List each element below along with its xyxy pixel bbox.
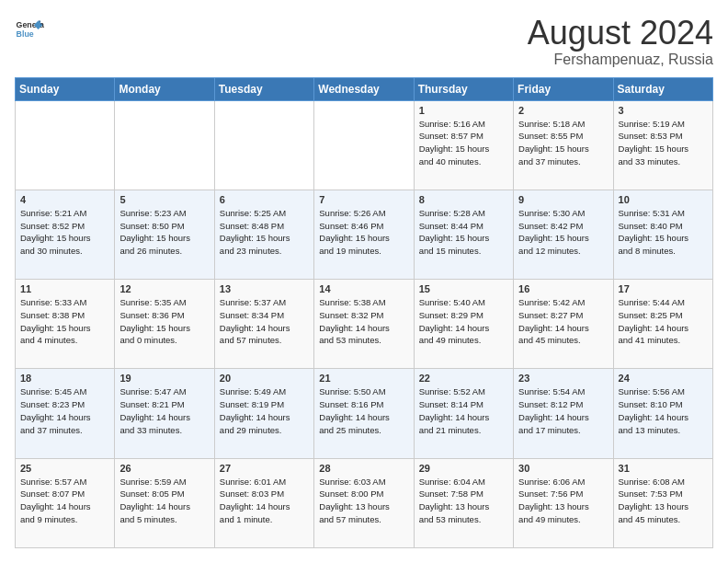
day-cell: 7Sunrise: 5:26 AM Sunset: 8:46 PM Daylig… <box>314 190 414 279</box>
day-cell: 10Sunrise: 5:31 AM Sunset: 8:40 PM Dayli… <box>613 190 712 279</box>
day-info: Sunrise: 5:28 AM Sunset: 8:44 PM Dayligh… <box>419 207 508 258</box>
day-cell: 4Sunrise: 5:21 AM Sunset: 8:52 PM Daylig… <box>16 190 115 279</box>
day-info: Sunrise: 6:04 AM Sunset: 7:58 PM Dayligh… <box>419 476 508 526</box>
day-info: Sunrise: 5:31 AM Sunset: 8:40 PM Dayligh… <box>619 207 708 258</box>
col-sunday: Sunday <box>16 77 115 100</box>
day-info: Sunrise: 6:01 AM Sunset: 8:03 PM Dayligh… <box>220 476 309 526</box>
day-cell <box>115 100 214 190</box>
day-number: 20 <box>220 373 309 384</box>
day-info: Sunrise: 5:42 AM Sunset: 8:27 PM Dayligh… <box>518 296 608 347</box>
day-number: 27 <box>220 463 309 474</box>
day-number: 1 <box>419 105 508 116</box>
week-row-1: 1Sunrise: 5:16 AM Sunset: 8:57 PM Daylig… <box>16 100 713 190</box>
day-cell: 20Sunrise: 5:49 AM Sunset: 8:19 PM Dayli… <box>214 369 313 458</box>
day-info: Sunrise: 5:52 AM Sunset: 8:14 PM Dayligh… <box>419 385 508 436</box>
day-cell: 24Sunrise: 5:56 AM Sunset: 8:10 PM Dayli… <box>613 369 712 458</box>
day-cell: 21Sunrise: 5:50 AM Sunset: 8:16 PM Dayli… <box>314 369 414 458</box>
day-number: 16 <box>518 283 608 294</box>
day-cell: 16Sunrise: 5:42 AM Sunset: 8:27 PM Dayli… <box>514 280 613 369</box>
day-number: 28 <box>319 463 408 474</box>
day-number: 11 <box>20 283 109 294</box>
title-block: August 2024 Fershampenuaz, Russia <box>528 15 713 68</box>
day-info: Sunrise: 5:45 AM Sunset: 8:23 PM Dayligh… <box>20 385 109 436</box>
day-info: Sunrise: 5:49 AM Sunset: 8:19 PM Dayligh… <box>220 385 309 436</box>
day-number: 9 <box>518 194 608 205</box>
day-cell: 5Sunrise: 5:23 AM Sunset: 8:50 PM Daylig… <box>115 190 214 279</box>
day-info: Sunrise: 5:23 AM Sunset: 8:50 PM Dayligh… <box>119 207 209 258</box>
day-info: Sunrise: 5:37 AM Sunset: 8:34 PM Dayligh… <box>220 296 309 347</box>
day-cell: 13Sunrise: 5:37 AM Sunset: 8:34 PM Dayli… <box>214 280 313 369</box>
day-number: 23 <box>518 373 608 384</box>
col-friday: Friday <box>514 77 613 100</box>
day-cell: 12Sunrise: 5:35 AM Sunset: 8:36 PM Dayli… <box>115 280 214 369</box>
day-cell: 2Sunrise: 5:18 AM Sunset: 8:55 PM Daylig… <box>514 100 613 190</box>
day-info: Sunrise: 5:35 AM Sunset: 8:36 PM Dayligh… <box>119 296 209 347</box>
day-number: 30 <box>518 463 608 474</box>
week-row-4: 18Sunrise: 5:45 AM Sunset: 8:23 PM Dayli… <box>16 369 713 458</box>
day-info: Sunrise: 5:38 AM Sunset: 8:32 PM Dayligh… <box>319 296 408 347</box>
day-info: Sunrise: 5:47 AM Sunset: 8:21 PM Dayligh… <box>119 385 209 436</box>
day-number: 13 <box>220 283 309 294</box>
day-number: 7 <box>319 194 408 205</box>
day-info: Sunrise: 5:40 AM Sunset: 8:29 PM Dayligh… <box>419 296 508 347</box>
col-thursday: Thursday <box>414 77 513 100</box>
svg-text:Blue: Blue <box>17 29 34 39</box>
week-row-2: 4Sunrise: 5:21 AM Sunset: 8:52 PM Daylig… <box>16 190 713 279</box>
day-info: Sunrise: 5:19 AM Sunset: 8:53 PM Dayligh… <box>619 118 708 168</box>
day-cell: 3Sunrise: 5:19 AM Sunset: 8:53 PM Daylig… <box>613 100 712 190</box>
day-info: Sunrise: 5:16 AM Sunset: 8:57 PM Dayligh… <box>419 118 508 168</box>
day-info: Sunrise: 6:08 AM Sunset: 7:53 PM Dayligh… <box>619 476 708 526</box>
day-cell: 26Sunrise: 5:59 AM Sunset: 8:05 PM Dayli… <box>115 458 214 547</box>
day-info: Sunrise: 5:18 AM Sunset: 8:55 PM Dayligh… <box>518 118 608 168</box>
day-cell: 30Sunrise: 6:06 AM Sunset: 7:56 PM Dayli… <box>514 458 613 547</box>
day-info: Sunrise: 5:50 AM Sunset: 8:16 PM Dayligh… <box>319 385 408 436</box>
col-wednesday: Wednesday <box>314 77 414 100</box>
col-saturday: Saturday <box>613 77 712 100</box>
day-number: 12 <box>119 283 209 294</box>
page: General Blue August 2024 Fershampenuaz, … <box>0 0 728 563</box>
col-tuesday: Tuesday <box>214 77 313 100</box>
day-number: 5 <box>119 194 209 205</box>
day-cell <box>214 100 313 190</box>
header-row: Sunday Monday Tuesday Wednesday Thursday… <box>16 77 713 100</box>
col-monday: Monday <box>115 77 214 100</box>
day-number: 14 <box>319 283 408 294</box>
day-info: Sunrise: 5:30 AM Sunset: 8:42 PM Dayligh… <box>518 207 608 258</box>
header: General Blue August 2024 Fershampenuaz, … <box>15 15 713 68</box>
calendar-table: Sunday Monday Tuesday Wednesday Thursday… <box>15 77 713 548</box>
day-cell: 19Sunrise: 5:47 AM Sunset: 8:21 PM Dayli… <box>115 369 214 458</box>
day-cell: 14Sunrise: 5:38 AM Sunset: 8:32 PM Dayli… <box>314 280 414 369</box>
day-info: Sunrise: 6:06 AM Sunset: 7:56 PM Dayligh… <box>518 476 608 526</box>
day-number: 18 <box>20 373 109 384</box>
day-cell: 17Sunrise: 5:44 AM Sunset: 8:25 PM Dayli… <box>613 280 712 369</box>
day-info: Sunrise: 5:57 AM Sunset: 8:07 PM Dayligh… <box>20 476 109 526</box>
day-cell: 25Sunrise: 5:57 AM Sunset: 8:07 PM Dayli… <box>16 458 115 547</box>
logo-icon: General Blue <box>15 15 44 44</box>
day-cell <box>16 100 115 190</box>
day-info: Sunrise: 5:33 AM Sunset: 8:38 PM Dayligh… <box>20 296 109 347</box>
day-number: 22 <box>419 373 508 384</box>
day-cell: 27Sunrise: 6:01 AM Sunset: 8:03 PM Dayli… <box>214 458 313 547</box>
day-info: Sunrise: 5:25 AM Sunset: 8:48 PM Dayligh… <box>220 207 309 258</box>
main-title: August 2024 <box>528 15 713 52</box>
day-number: 25 <box>20 463 109 474</box>
day-cell: 9Sunrise: 5:30 AM Sunset: 8:42 PM Daylig… <box>514 190 613 279</box>
week-row-3: 11Sunrise: 5:33 AM Sunset: 8:38 PM Dayli… <box>16 280 713 369</box>
day-info: Sunrise: 5:59 AM Sunset: 8:05 PM Dayligh… <box>119 476 209 526</box>
day-info: Sunrise: 6:03 AM Sunset: 8:00 PM Dayligh… <box>319 476 408 526</box>
day-number: 24 <box>619 373 708 384</box>
day-cell: 22Sunrise: 5:52 AM Sunset: 8:14 PM Dayli… <box>414 369 513 458</box>
day-number: 3 <box>619 105 708 116</box>
day-info: Sunrise: 5:56 AM Sunset: 8:10 PM Dayligh… <box>619 385 708 436</box>
day-number: 15 <box>419 283 508 294</box>
week-row-5: 25Sunrise: 5:57 AM Sunset: 8:07 PM Dayli… <box>16 458 713 547</box>
logo: General Blue <box>15 15 44 44</box>
day-cell: 11Sunrise: 5:33 AM Sunset: 8:38 PM Dayli… <box>16 280 115 369</box>
day-number: 31 <box>619 463 708 474</box>
day-cell: 8Sunrise: 5:28 AM Sunset: 8:44 PM Daylig… <box>414 190 513 279</box>
day-number: 4 <box>20 194 109 205</box>
day-number: 29 <box>419 463 508 474</box>
day-info: Sunrise: 5:26 AM Sunset: 8:46 PM Dayligh… <box>319 207 408 258</box>
day-cell: 1Sunrise: 5:16 AM Sunset: 8:57 PM Daylig… <box>414 100 513 190</box>
calendar-body: 1Sunrise: 5:16 AM Sunset: 8:57 PM Daylig… <box>16 100 713 547</box>
